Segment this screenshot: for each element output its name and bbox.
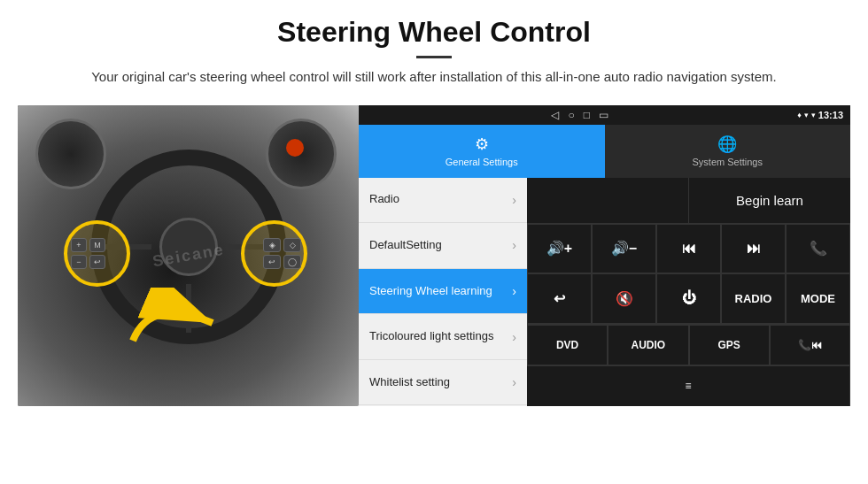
gps-label: GPS [717, 339, 740, 351]
clock: 13:13 [818, 110, 843, 120]
call-btn: ↩ [89, 255, 105, 269]
main-panel: Radio › DefaultSetting › Steering Wheel … [359, 178, 850, 406]
dvd-button[interactable]: DVD [527, 325, 608, 365]
menu-item-tricoloured[interactable]: Tricoloured light settings › [359, 314, 527, 360]
prev-track-control[interactable]: ⏮ [656, 224, 721, 274]
radio-label: RADIO [735, 292, 772, 305]
vol-down-icon: 🔊− [611, 240, 637, 257]
audio-button[interactable]: AUDIO [608, 325, 688, 365]
chevron-icon-4: › [512, 330, 516, 344]
bottom-grid: DVD AUDIO GPS 📞⏮ [527, 324, 850, 365]
left-button-group: + M − ↩ [71, 238, 105, 269]
next-icon: ⏭ [747, 241, 761, 257]
right-button-group: ◈ ◇ ↩ ◯ [263, 238, 301, 269]
call-prev-button[interactable]: 📞⏮ [770, 325, 850, 365]
mute-control[interactable]: 🔇 [592, 273, 656, 324]
mode-control[interactable]: MODE [786, 273, 850, 324]
tab-system-settings[interactable]: 🌐 System Settings [605, 125, 851, 178]
subtitle: Your original car's steering wheel contr… [89, 67, 779, 88]
menu-default-label: DefaultSetting [369, 238, 512, 253]
nav-home-icon[interactable]: ○ [568, 109, 574, 121]
content-area: + M − ↩ ◈ ◇ ↩ ◯ Seicane [18, 105, 850, 406]
menu-steering-label: Steering Wheel learning [369, 284, 512, 299]
status-bar: ◁ ○ □ ▭ ♦ ▾ ▾ 13:13 [359, 105, 850, 125]
menu-item-default-setting[interactable]: DefaultSetting › [359, 223, 527, 269]
mode-btn: M [89, 238, 105, 252]
vol-up-control[interactable]: 🔊+ [527, 224, 592, 274]
vol-dn-btn: − [71, 255, 87, 269]
control-buttons-grid: 🔊+ 🔊− ⏮ ⏭ 📞 ↩ [527, 224, 850, 324]
src-btn: ◈ [263, 238, 281, 252]
mode-label: MODE [801, 292, 835, 305]
header-section: Steering Wheel Control Your original car… [0, 0, 868, 96]
vol-up-btn: + [71, 238, 87, 252]
tab-general-settings[interactable]: ⚙ General Settings [359, 125, 605, 178]
list-button[interactable]: ≡ [527, 366, 850, 406]
dvd-label: DVD [556, 339, 578, 351]
prev-icon: ⏮ [682, 241, 696, 257]
arrow-container [124, 288, 230, 362]
begin-learn-spacer [527, 178, 689, 223]
call-prev-icon: 📞⏮ [798, 339, 822, 351]
menu-list: Radio › DefaultSetting › Steering Wheel … [359, 178, 527, 406]
page-title: Steering Wheel Control [53, 16, 815, 49]
call-icon: 📞 [810, 240, 827, 257]
menu-item-steering-wheel[interactable]: Steering Wheel learning › [359, 269, 527, 315]
audio-label: AUDIO [632, 339, 666, 351]
power-control[interactable]: ⏻ [656, 273, 721, 324]
tab-general-label: General Settings [446, 157, 518, 167]
hang-btn: ↩ [263, 255, 281, 269]
mute-btn: ◯ [283, 255, 301, 269]
android-ui: ◁ ○ □ ▭ ♦ ▾ ▾ 13:13 ⚙ General Settings 🌐… [359, 105, 850, 406]
car-image: + M − ↩ ◈ ◇ ↩ ◯ Seicane [18, 105, 359, 406]
vol-up-icon: 🔊+ [546, 240, 572, 257]
call-control[interactable]: 📞 [786, 224, 850, 274]
menu-whitelist-label: Whitelist setting [369, 375, 512, 390]
radio-control[interactable]: RADIO [721, 273, 786, 324]
vol-down-control[interactable]: 🔊− [592, 224, 656, 274]
status-icons: ♦ ▾ ▾ 13:13 [797, 110, 843, 120]
tab-system-label: System Settings [693, 157, 763, 167]
nav-icons: ◁ ○ □ ▭ [366, 109, 794, 121]
tabs-row: ⚙ General Settings 🌐 System Settings [359, 125, 850, 178]
nav-back-icon[interactable]: ◁ [551, 109, 559, 121]
general-settings-icon: ⚙ [475, 134, 489, 154]
menu-tricoloured-label: Tricoloured light settings [369, 329, 512, 344]
chevron-icon: › [512, 193, 516, 207]
chevron-icon-5: › [512, 375, 516, 389]
menu-radio-label: Radio [369, 192, 512, 207]
hangup-control[interactable]: ↩ [527, 273, 592, 324]
controls-area: Begin learn 🔊+ 🔊− ⏮ ⏭ [527, 178, 850, 406]
signal-icon: ▾ [804, 111, 809, 119]
nav-btn: ◇ [283, 238, 301, 252]
gps-button[interactable]: GPS [689, 325, 770, 365]
nav-recent-icon[interactable]: □ [584, 109, 590, 121]
mute-icon: 🔇 [616, 290, 633, 307]
nav-cast-icon[interactable]: ▭ [599, 109, 608, 121]
location-icon: ♦ [797, 111, 802, 119]
begin-learn-row: Begin learn [527, 178, 850, 224]
gauge-right [266, 119, 337, 189]
menu-item-radio[interactable]: Radio › [359, 178, 527, 224]
last-row: ≡ [527, 365, 850, 406]
title-divider [416, 56, 452, 58]
list-icon: ≡ [685, 380, 691, 392]
power-icon: ⏻ [682, 290, 696, 306]
hangup-icon: ↩ [554, 290, 565, 307]
wifi-icon: ▾ [811, 111, 816, 119]
begin-learn-button[interactable]: Begin learn [689, 178, 850, 223]
next-track-control[interactable]: ⏭ [721, 224, 786, 274]
yellow-arrow [124, 288, 230, 358]
chevron-icon-2: › [512, 238, 516, 252]
menu-item-whitelist[interactable]: Whitelist setting › [359, 360, 527, 406]
gauge-left [35, 119, 106, 189]
chevron-icon-3: › [512, 284, 516, 298]
system-settings-icon: 🌐 [717, 134, 737, 154]
